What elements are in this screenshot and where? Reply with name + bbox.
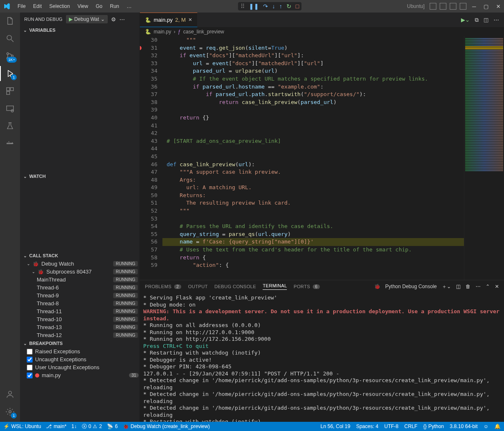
activity-docker-icon[interactable]: [5, 139, 15, 149]
status-encoding[interactable]: UTF-8: [384, 423, 398, 429]
activity-accounts-icon[interactable]: [5, 389, 15, 399]
status-notifications-icon[interactable]: 🔔: [494, 423, 501, 429]
maximize-button[interactable]: ▢: [484, 3, 489, 10]
more-editor-actions-icon[interactable]: ⋯: [494, 17, 499, 23]
line-number[interactable]: 55: [140, 231, 157, 238]
line-number[interactable]: 31: [140, 44, 157, 52]
line-number[interactable]: 57: [140, 246, 157, 254]
status-debug-session[interactable]: 🐞 Debug Watch (create_link_preview): [123, 423, 210, 429]
code-line[interactable]: query_string = parse_qs(url.query): [162, 231, 464, 238]
code-line[interactable]: # [START add_ons_case_preview_link]: [162, 137, 464, 145]
breadcrumb[interactable]: 🐍 main.py › ƒ case_link_preview: [140, 27, 504, 36]
panel-tab-terminal[interactable]: TERMINAL: [263, 283, 287, 290]
line-number[interactable]: 43: [140, 137, 157, 145]
code-line[interactable]: [162, 129, 464, 137]
line-number[interactable]: 33: [140, 60, 157, 68]
line-number[interactable]: 37: [140, 91, 157, 99]
code-line[interactable]: Returns:: [162, 192, 464, 200]
status-python-version[interactable]: 3.8.10 64-bit: [450, 423, 478, 429]
breakpoint-mainpy[interactable]: main.py 31: [20, 371, 139, 379]
code-line[interactable]: [162, 145, 464, 153]
line-number[interactable]: 41: [140, 122, 157, 130]
code-line[interactable]: name = f'Case: {query_string["name"][0]}…: [162, 238, 464, 246]
code-line[interactable]: event = req.get_json(silent=True): [162, 44, 464, 52]
status-remote[interactable]: ⚡ WSL: Ubuntu: [3, 423, 41, 429]
status-sync[interactable]: 1↓: [71, 423, 77, 429]
user-uncaught-checkbox[interactable]: [27, 365, 33, 370]
uncaught-checkbox[interactable]: [27, 357, 33, 363]
toggle-panel-left-icon[interactable]: [430, 3, 436, 10]
callstack-row[interactable]: Thread-11RUNNING: [20, 307, 139, 315]
activity-remote-icon[interactable]: [5, 104, 15, 114]
line-number[interactable]: 47: [140, 168, 157, 176]
code-line[interactable]: return {: [162, 254, 464, 262]
line-number[interactable]: 44: [140, 145, 157, 153]
status-eol[interactable]: CRLF: [404, 423, 417, 429]
callstack-row[interactable]: Thread-13RUNNING: [20, 323, 139, 331]
new-terminal-icon[interactable]: ＋⌄: [442, 283, 451, 290]
close-window-button[interactable]: ✕: [496, 3, 501, 10]
close-tab-icon[interactable]: ✕: [188, 17, 192, 23]
activity-testing-icon[interactable]: [5, 121, 15, 131]
more-terminal-actions-icon[interactable]: ⋯: [476, 284, 481, 289]
menu-item-[interactable]: …: [123, 2, 135, 11]
line-number[interactable]: 46: [140, 161, 157, 169]
code-line[interactable]: return {}: [162, 114, 464, 122]
configure-debug-icon[interactable]: ⚙: [111, 16, 116, 23]
terminal-type-label[interactable]: Python Debug Console: [385, 284, 437, 289]
editor-tab-mainpy[interactable]: 🐍 main.py 2, M ✕: [140, 13, 198, 27]
line-number[interactable]: 30: [140, 36, 157, 44]
toggle-panel-right-icon[interactable]: [450, 3, 456, 10]
split-editor-icon[interactable]: ◫: [484, 17, 489, 23]
code-line[interactable]: [162, 122, 464, 130]
panel-tab-debug-console[interactable]: DEBUG CONSOLE: [214, 284, 256, 289]
status-feedback-icon[interactable]: ☺: [484, 423, 489, 429]
kill-terminal-icon[interactable]: 🗑: [466, 284, 471, 289]
status-ports[interactable]: 📡 6: [107, 423, 118, 429]
debug-stop-button[interactable]: □: [296, 3, 299, 10]
debug-step-out-button[interactable]: ↑: [279, 3, 282, 10]
split-terminal-icon[interactable]: ◫: [456, 284, 461, 289]
close-panel-icon[interactable]: ✕: [495, 284, 499, 289]
panel-tab-output[interactable]: OUTPUT: [188, 284, 208, 289]
code-line[interactable]: url = event["docs"]["matchedUrl"]["url"]: [162, 60, 464, 68]
variables-section-header[interactable]: ⌄ VARIABLES: [20, 26, 139, 34]
callstack-row[interactable]: Thread-8RUNNING: [20, 299, 139, 307]
code-content[interactable]: """ event = req.get_json(silent=True) if…: [162, 36, 464, 280]
line-number[interactable]: 36: [140, 83, 157, 91]
code-line[interactable]: if parsed_url.path.startswith("/support/…: [162, 91, 464, 99]
callstack-row[interactable]: Thread-12RUNNING: [20, 331, 139, 339]
run-file-icon[interactable]: ▶⌄: [461, 17, 470, 23]
breakpoint-user-uncaught[interactable]: User Uncaught Exceptions: [20, 363, 139, 371]
line-number[interactable]: 48: [140, 176, 157, 184]
minimize-button[interactable]: ─: [472, 3, 476, 10]
code-line[interactable]: url: A matching URL.: [162, 184, 464, 192]
code-line[interactable]: parsed_url = urlparse(url): [162, 67, 464, 75]
line-number[interactable]: 40: [140, 114, 157, 122]
minimap[interactable]: [464, 36, 504, 280]
panel-tab-problems[interactable]: PROBLEMS 2: [145, 284, 181, 289]
code-line[interactable]: [162, 153, 464, 161]
customize-layout-icon[interactable]: [460, 3, 466, 10]
line-number[interactable]: 42: [140, 129, 157, 137]
callstack-row[interactable]: MainThreadRUNNING: [20, 276, 139, 284]
activity-settings-icon[interactable]: 1: [5, 407, 15, 417]
breadcrumb-file[interactable]: main.py: [154, 29, 171, 35]
watch-section-header[interactable]: ⌄ WATCH: [20, 172, 139, 180]
line-number[interactable]: 49: [140, 184, 157, 192]
menu-item-file[interactable]: File: [14, 2, 29, 11]
line-number[interactable]: 56: [140, 238, 157, 246]
line-number[interactable]: 35: [140, 75, 157, 83]
callstack-row[interactable]: Thread-9RUNNING: [20, 292, 139, 299]
breakpoint-raised[interactable]: Raised Exceptions: [20, 347, 139, 355]
toggle-panel-bottom-icon[interactable]: [440, 3, 446, 10]
terminal-content[interactable]: * Serving Flask app 'create_link_preview…: [140, 293, 504, 422]
code-line[interactable]: """: [162, 207, 464, 215]
status-branch[interactable]: ⎇ main*: [46, 423, 66, 429]
line-number[interactable]: 52: [140, 207, 157, 215]
callstack-section-header[interactable]: ⌄ CALL STACK: [20, 251, 139, 260]
maximize-panel-icon[interactable]: ⌃: [486, 284, 490, 289]
debug-config-selector[interactable]: ▶ Debug Wat ⌄: [66, 15, 108, 23]
debug-config-picker-icon[interactable]: ⧉: [475, 17, 479, 23]
line-number-gutter[interactable]: 3031323334353637383940414243444546474849…: [140, 36, 162, 280]
